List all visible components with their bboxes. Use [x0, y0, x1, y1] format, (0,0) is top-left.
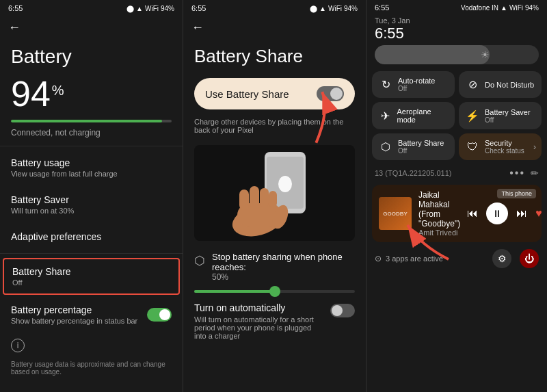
qs-tile-battery-share[interactable]: ⬡ Battery Share Off: [372, 133, 455, 160]
dnd-icon: ⊘: [466, 78, 479, 91]
battery-bar-fill: [11, 120, 162, 122]
battery-bar: [11, 120, 172, 122]
phone-hand-svg: [227, 148, 323, 237]
status-bar-1: 6:55 ⬤ ▲ WiFi 94%: [0, 0, 183, 15]
build-info-row: 13 (TQ1A.221205.011) ••• ✏: [366, 163, 547, 182]
brightness-icon: ☀: [481, 49, 490, 60]
music-info: Jaikal Mahakal (From "Goodbye") Amit Tri…: [418, 190, 460, 237]
music-source-badge: This phone: [497, 189, 536, 198]
menu-item-adaptive[interactable]: Adaptive preferences: [0, 223, 183, 250]
signal-icon-3: ▲: [501, 4, 507, 12]
battery-share-panel: 6:55 ⬤ ▲ WiFi 94% ← Battery Share Use Ba…: [183, 0, 366, 392]
build-text: 13 (TQ1A.221205.011): [375, 169, 452, 177]
qs-tile-battery-share-text: Battery Share Off: [398, 139, 444, 155]
slider-thumb: [269, 286, 280, 297]
phone-hand-illustration: [194, 145, 355, 241]
music-artist: Amit Trivedi: [418, 228, 460, 237]
menu-item-title-battery-usage: Battery usage: [11, 157, 172, 168]
use-battery-share-toggle-row[interactable]: Use Battery Share: [194, 78, 355, 109]
menu-item-title-adaptive: Adaptive preferences: [11, 231, 172, 242]
qs-tile-auto-rotate-title: Auto-rotate: [398, 77, 435, 85]
build-dots-icon[interactable]: •••: [509, 167, 525, 179]
qs-date: Tue, 3 Jan 6:55: [375, 16, 410, 42]
svg-rect-7: [269, 191, 277, 207]
menu-item-battery-saver[interactable]: Battery Saver Will turn on at 30%: [0, 186, 183, 223]
battery-share-toggle-switch[interactable]: [317, 86, 344, 101]
edit-icon[interactable]: ✏: [531, 168, 539, 179]
battery-share-title: Battery Share: [183, 40, 366, 73]
apps-active-text: 3 apps are active: [386, 254, 443, 263]
bluetooth-icon: ⬤: [126, 5, 134, 12]
p3-bottom-row: ⊙ 3 apps are active ⚙ ⏻: [366, 245, 547, 271]
stop-sharing-text: Stop battery sharing when phone reaches:…: [212, 252, 355, 282]
battery-page-title: Battery: [0, 40, 183, 70]
signal-icon-2: ▲: [319, 5, 326, 12]
menu-item-title-battery-share: Battery Share: [12, 266, 170, 277]
security-arrow-icon: ›: [533, 142, 536, 152]
battery-saver-icon: ⚡: [466, 109, 479, 122]
quick-settings-panel: 6:55 Vodafone IN ▲ WiFi 94% Tue, 3 Jan 6…: [366, 0, 547, 392]
time-3: 6:55: [375, 3, 389, 12]
menu-item-subtitle-battery-usage: View usage from last full charge: [11, 170, 172, 178]
status-icons-2: ⬤ ▲ WiFi 94%: [310, 5, 358, 12]
use-battery-share-label: Use Battery Share: [205, 88, 289, 100]
divider-1: [0, 146, 183, 146]
qs-tile-aeroplane-text: Aeroplane mode: [397, 107, 448, 124]
qs-tile-auto-rotate[interactable]: ↻ Auto-rotate Off: [372, 71, 455, 98]
svg-rect-5: [250, 186, 259, 208]
quick-settings-grid: ↻ Auto-rotate Off ⊘ Do Not Disturb ✈ Aer…: [366, 68, 547, 163]
pause-button[interactable]: ⏸: [486, 202, 508, 224]
settings-button[interactable]: ⚙: [492, 249, 511, 268]
qs-tile-aeroplane[interactable]: ✈ Aeroplane mode: [372, 102, 455, 129]
status-icons-1: ⬤ ▲ WiFi 94%: [126, 5, 174, 12]
info-icon[interactable]: i: [11, 339, 25, 352]
menu-item-title-battery-percentage: Battery percentage: [11, 304, 137, 315]
qs-tile-auto-rotate-text: Auto-rotate Off: [398, 77, 435, 92]
qs-tile-battery-saver-subtitle: Off: [485, 116, 531, 124]
menu-item-battery-usage[interactable]: Battery usage View usage from last full …: [0, 149, 183, 186]
battery-settings-panel: 6:55 ⬤ ▲ WiFi 94% ← Battery 94 % Connect…: [0, 0, 183, 392]
qs-tile-battery-saver-title: Battery Saver: [485, 108, 531, 116]
menu-item-battery-percentage[interactable]: Battery percentage Show battery percenta…: [0, 296, 183, 333]
brightness-slider[interactable]: ☀: [375, 45, 539, 64]
stop-sharing-slider[interactable]: [194, 290, 355, 293]
heart-button[interactable]: ♥: [535, 207, 542, 220]
aeroplane-icon: ✈: [379, 109, 391, 122]
qs-tile-battery-saver-text: Battery Saver Off: [485, 108, 531, 124]
next-track-button[interactable]: ⏭: [516, 207, 527, 220]
back-button-2[interactable]: ←: [183, 15, 366, 40]
qs-tile-security[interactable]: 🛡 Security Check status ›: [459, 133, 542, 160]
menu-item-subtitle-battery-percentage: Show battery percentage in status bar: [11, 317, 137, 325]
turn-on-auto-text: Turn on automatically Will turn on autom…: [194, 302, 330, 340]
back-button-1[interactable]: ←: [0, 15, 183, 40]
carrier-icon: Vodafone IN: [461, 4, 498, 12]
power-button[interactable]: ⏻: [520, 249, 539, 268]
turn-on-auto-row: Turn on automatically Will turn on autom…: [194, 302, 355, 340]
svg-rect-4: [239, 190, 249, 210]
qs-tile-auto-rotate-subtitle: Off: [398, 85, 435, 92]
menu-item-subtitle-battery-share: Off: [12, 278, 170, 287]
prev-track-button[interactable]: ⏮: [467, 207, 478, 220]
qs-tile-dnd[interactable]: ⊘ Do Not Disturb: [459, 71, 542, 98]
date-text: Tue, 3 Jan: [375, 16, 410, 25]
brightness-row: ☀: [366, 42, 547, 68]
qs-tile-security-text: Security Check status: [485, 139, 524, 155]
time-1: 6:55: [8, 4, 23, 12]
battery-icon-2: 94%: [344, 5, 358, 12]
qs-tile-battery-share-title: Battery Share: [398, 139, 444, 147]
status-bar-2: 6:55 ⬤ ▲ WiFi 94%: [183, 0, 366, 15]
apps-active-row: ⊙ 3 apps are active: [375, 254, 443, 263]
auto-turn-on-toggle[interactable]: [330, 304, 355, 317]
stop-sharing-title: Stop battery sharing when phone reaches:: [212, 252, 355, 272]
music-card[interactable]: GOODBY Jaikal Mahakal (From "Goodbye") A…: [372, 185, 542, 242]
svg-point-9: [278, 176, 292, 192]
turn-on-title: Turn on automatically: [194, 302, 325, 313]
menu-item-battery-share[interactable]: Battery Share Off: [3, 258, 180, 295]
status-icons-3: Vodafone IN ▲ WiFi 94%: [461, 4, 539, 12]
battery-symbol: %: [52, 83, 64, 99]
battery-number: 94: [11, 73, 51, 114]
qs-tile-battery-share-subtitle: Off: [398, 147, 444, 155]
menu-item-title-battery-saver: Battery Saver: [11, 194, 172, 205]
battery-percentage-toggle[interactable]: [147, 308, 172, 322]
qs-tile-battery-saver[interactable]: ⚡ Battery Saver Off: [459, 102, 542, 129]
